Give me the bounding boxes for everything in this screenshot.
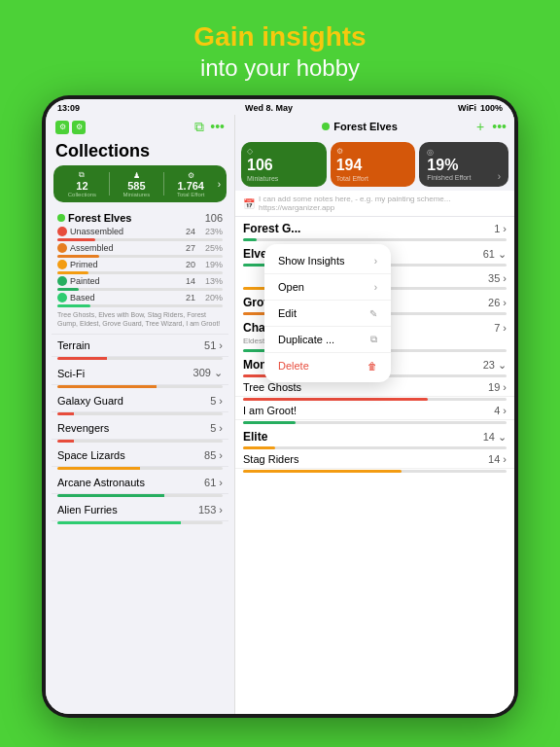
top-banner: Gain insights into your hobby xyxy=(193,0,366,91)
collections-title: Collections xyxy=(46,139,234,165)
context-show-insights-label: Show Insights xyxy=(278,255,344,267)
characters-count: 7 › xyxy=(494,322,507,334)
unnamed-count: 35 › xyxy=(488,272,507,284)
collections-icon: ⧉ xyxy=(79,170,85,180)
miniatures-number: 585 xyxy=(127,180,145,192)
i-am-groot-item[interactable]: I am Groot! 4 › xyxy=(235,402,514,420)
stat-card-miniatures: ◇ 106 Miniatures xyxy=(241,142,327,187)
context-edit[interactable]: Edit ✎ xyxy=(264,301,391,327)
miniatures-icon: ♟ xyxy=(133,171,140,180)
miniatures-card-label: Miniatures xyxy=(247,175,321,182)
duplicate-icon: ⧉ xyxy=(370,334,377,345)
context-edit-label: Edit xyxy=(278,307,297,319)
tree-ghosts-count: 19 › xyxy=(488,381,507,393)
delete-icon: 🗑 xyxy=(368,361,377,372)
terrain-item[interactable]: Terrain 51 › xyxy=(52,335,228,357)
effort-card-label: Total Effort xyxy=(336,175,410,182)
context-menu: Show Insights › Open › Edit ✎ Duplicat xyxy=(264,244,391,382)
gear-icon-2[interactable]: ⚙ xyxy=(72,121,86,134)
finished-card-num: 19% xyxy=(427,157,471,174)
stag-riders-item[interactable]: Stag Riders 14 › xyxy=(235,450,514,469)
header-center-icons: ⧉ ••• xyxy=(194,119,225,135)
stag-riders-count: 14 › xyxy=(488,453,507,465)
sub-unassembled: Unassembled 2423% xyxy=(57,226,223,237)
collections-number: 12 xyxy=(76,180,88,192)
context-duplicate[interactable]: Duplicate ... ⧉ xyxy=(264,327,391,353)
elite-section[interactable]: Elite 14 ⌄ xyxy=(235,425,514,445)
left-header: ⚙ ⚙ ⧉ ••• xyxy=(46,115,234,139)
forest-elves-notes: Tree Ghosts, Elves with Bow, Stag Riders… xyxy=(57,308,223,330)
context-duplicate-label: Duplicate ... xyxy=(278,334,334,345)
edit-icon: ✎ xyxy=(369,308,377,319)
right-list: Show Insights › Open › Edit ✎ Duplicat xyxy=(235,217,514,714)
i-am-groot-count: 4 › xyxy=(494,405,507,416)
terrain-name: Terrain xyxy=(57,339,90,351)
context-show-insights[interactable]: Show Insights › xyxy=(264,248,391,274)
stats-arrow[interactable]: › xyxy=(218,179,221,190)
tree-ghosts-name: Tree Ghosts xyxy=(243,381,301,393)
forest-g-section[interactable]: Forest G... 1 › xyxy=(235,217,514,237)
sub-items: Unassembled 2423% Assembled 2725% Primed xyxy=(57,226,223,307)
forest-elves-name: Forest Elves xyxy=(57,212,131,224)
status-bar: 13:09 Wed 8. May WiFi 100% xyxy=(46,99,514,115)
grove-guard-count: 26 › xyxy=(488,297,507,308)
copy-icon[interactable]: ⧉ xyxy=(194,119,204,135)
elite-title: Elite xyxy=(243,430,267,444)
app-content: ⚙ ⚙ ⧉ ••• Collections ⧉ 12 Collections xyxy=(46,115,514,714)
wifi-icon: WiFi xyxy=(458,103,476,113)
effort-card-num: 194 xyxy=(336,157,410,174)
notes-placeholder: I can add some notes here, - e.g. my pai… xyxy=(259,195,507,212)
right-panel-title: Forest Elves xyxy=(322,121,397,132)
alien-furries-item[interactable]: Alien Furries 153 › xyxy=(52,499,228,521)
stag-riders-progress xyxy=(243,470,507,473)
stat-miniatures: ♟ 585 Miniatures xyxy=(114,171,159,197)
more-icon[interactable]: ••• xyxy=(210,119,225,135)
main-subheadline: into your hobby xyxy=(193,54,366,82)
arcane-astronauts-item[interactable]: Arcane Astronauts 61 › xyxy=(52,472,228,494)
tree-ghosts-progress xyxy=(243,398,507,401)
alien-furries-count: 153 › xyxy=(198,504,223,516)
title-dot xyxy=(322,123,330,130)
context-open[interactable]: Open › xyxy=(264,274,391,301)
miniatures-label: Miniatures xyxy=(122,192,150,197)
monster-count: 23 ⌄ xyxy=(483,359,507,372)
revengers-item[interactable]: Revengers 5 › xyxy=(52,417,228,440)
collections-stats-bar: ⧉ 12 Collections ♟ 585 Miniatures ⚙ 1.76… xyxy=(53,165,227,202)
forest-elves-item[interactable]: Forest Elves 106 Unassembled 2423% As xyxy=(52,208,228,335)
add-icon[interactable]: + xyxy=(476,119,484,134)
sub-primed: Primed 2019% xyxy=(57,259,223,270)
finished-card-label: Finished Effort xyxy=(427,174,471,181)
open-arrow: › xyxy=(374,282,377,293)
sci-fi-count: 309 ⌄ xyxy=(193,367,223,379)
notes-bar[interactable]: 📅 I can add some notes here, - e.g. my p… xyxy=(235,191,514,217)
stat-divider-1 xyxy=(109,172,110,196)
galaxy-guard-name: Galaxy Guard xyxy=(57,395,123,407)
context-delete[interactable]: Delete 🗑 xyxy=(264,353,391,378)
arcane-astronauts-name: Arcane Astronauts xyxy=(57,477,145,488)
status-date: Wed 8. May xyxy=(245,103,293,113)
gear-icon-1[interactable]: ⚙ xyxy=(55,121,69,134)
revengers-name: Revengers xyxy=(57,422,109,434)
stag-riders-name: Stag Riders xyxy=(243,453,298,465)
show-insights-arrow: › xyxy=(374,256,377,267)
effort-number: 1.764 xyxy=(177,180,204,192)
context-delete-label: Delete xyxy=(278,360,309,372)
forest-g-count: 1 › xyxy=(494,223,507,234)
space-lizards-item[interactable]: Space Lizards 85 › xyxy=(52,445,228,467)
device-frame: 13:09 Wed 8. May WiFi 100% ⚙ ⚙ ⧉ ••• xyxy=(42,95,518,718)
stat-effort: ⚙ 1.764 Total Effort xyxy=(168,171,214,197)
space-lizards-name: Space Lizards xyxy=(57,449,125,461)
miniatures-card-num: 106 xyxy=(247,157,321,174)
galaxy-guard-item[interactable]: Galaxy Guard 5 › xyxy=(52,390,228,412)
left-panel: ⚙ ⚙ ⧉ ••• Collections ⧉ 12 Collections xyxy=(46,115,235,714)
sci-fi-item[interactable]: Sci-Fi 309 ⌄ xyxy=(52,362,228,385)
collections-label: Collections xyxy=(68,192,96,197)
device-screen: 13:09 Wed 8. May WiFi 100% ⚙ ⚙ ⧉ ••• xyxy=(46,99,514,714)
forest-elves-count: 106 xyxy=(205,212,223,224)
more-right-icon[interactable]: ••• xyxy=(492,119,507,134)
status-right: WiFi 100% xyxy=(458,103,503,113)
sub-painted: Painted 1413% xyxy=(57,275,223,287)
right-header-icons: + ••• xyxy=(476,119,507,134)
stat-card-finished: ◎ 19% Finished Effort › xyxy=(419,142,508,187)
right-header: Forest Elves + ••• xyxy=(235,115,514,138)
